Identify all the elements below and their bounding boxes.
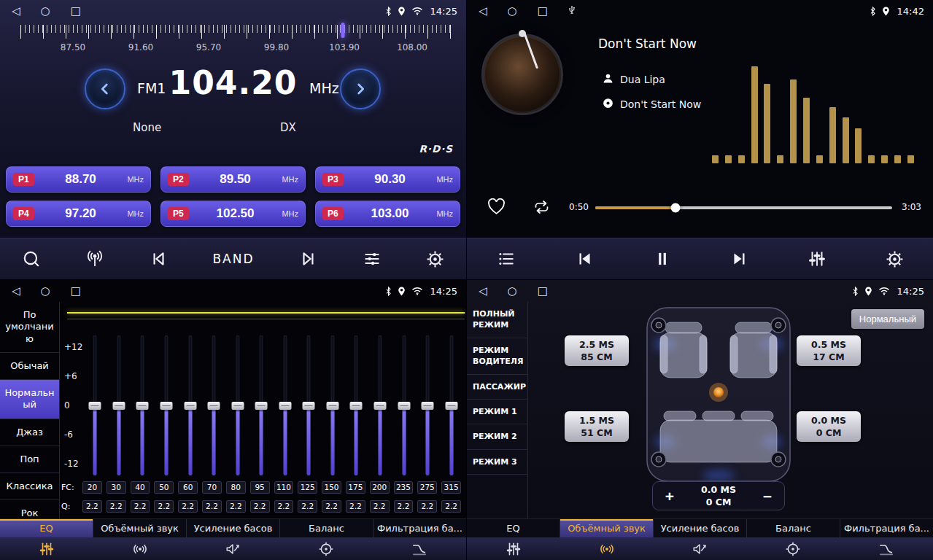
home-icon[interactable]: ○ [508, 6, 517, 17]
filter-icon[interactable] [840, 541, 933, 557]
audio-tab[interactable]: Баланс [747, 519, 840, 537]
field-mode-item[interactable]: РЕЖИМ 3 [467, 450, 527, 475]
eq-slider-handle[interactable] [112, 402, 125, 410]
playlist-icon[interactable] [496, 249, 516, 268]
eq-band-slider[interactable] [274, 335, 298, 475]
tune-up-button[interactable] [340, 69, 381, 109]
mixer-faders-icon[interactable] [808, 249, 826, 268]
eq-preset-item[interactable]: Джаз [0, 419, 59, 446]
field-mode-item[interactable]: ПАССАЖИР [467, 375, 527, 400]
preset-button[interactable]: P497.20MHz [6, 201, 151, 227]
rear-left-delay-button[interactable]: 1.5 MS 51 CM [565, 411, 629, 442]
eq-band-slider[interactable] [249, 335, 274, 475]
eq-band-slider[interactable] [368, 335, 392, 475]
settings-gear-icon[interactable] [426, 250, 444, 268]
eq-slider-handle[interactable] [303, 402, 315, 410]
eq-band-slider[interactable] [107, 335, 131, 475]
back-icon[interactable]: ◁ [479, 286, 487, 297]
eq-slider-handle[interactable] [136, 402, 149, 410]
eq-preset-item[interactable]: Нормальный [0, 380, 59, 419]
rear-right-delay-button[interactable]: 0.0 MS 0 CM [797, 411, 861, 442]
bass-boost-icon[interactable] [654, 541, 747, 557]
audio-tab[interactable]: EQ [0, 519, 93, 537]
back-icon[interactable]: ◁ [12, 286, 20, 297]
eq-slider-handle[interactable] [326, 402, 338, 410]
field-mode-item[interactable]: РЕЖИМ ВОДИТЕЛЯ [467, 338, 527, 375]
home-icon[interactable]: ○ [41, 6, 50, 17]
eq-preset-item[interactable]: Поп [0, 446, 59, 473]
field-mode-item[interactable]: ПОЛНЫЙ РЕЖИМ [467, 302, 527, 338]
scan-icon[interactable] [22, 249, 41, 268]
audio-tab[interactable]: EQ [467, 519, 560, 537]
eq-preset-item[interactable]: По умолчанию [0, 302, 59, 353]
audio-tab[interactable]: Усиление басов [187, 519, 280, 537]
previous-track-icon[interactable] [575, 249, 594, 268]
tune-down-button[interactable] [85, 69, 125, 109]
eq-band-slider[interactable] [202, 335, 226, 475]
preset-button[interactable]: P6103.00MHz [315, 201, 460, 227]
progress-bar[interactable] [595, 206, 892, 209]
eq-band-slider[interactable] [321, 335, 345, 475]
eq-band-slider[interactable] [225, 335, 249, 475]
eq-slider-handle[interactable] [255, 402, 268, 410]
eq-band-slider[interactable] [83, 335, 107, 475]
preset-button[interactable]: P188.70MHz [6, 166, 151, 192]
audio-tab[interactable]: Усиление басов [654, 519, 747, 537]
broadcast-icon[interactable] [85, 249, 104, 268]
recents-icon[interactable]: □ [71, 6, 81, 17]
audio-tab[interactable]: Фильтрация ба... [373, 519, 466, 537]
preset-button[interactable]: P390.30MHz [315, 166, 460, 192]
balance-icon[interactable] [746, 541, 840, 557]
eq-slider-handle[interactable] [350, 402, 363, 410]
eq-band-slider[interactable] [344, 335, 368, 475]
progress-thumb[interactable] [670, 203, 680, 213]
favorite-icon[interactable] [487, 198, 506, 218]
surround-sound-icon[interactable] [560, 541, 654, 557]
field-mode-item[interactable]: РЕЖИМ 1 [467, 400, 527, 424]
frequency-pointer[interactable] [341, 23, 344, 38]
increase-delay-button[interactable]: + [653, 482, 686, 510]
eq-slider-handle[interactable] [374, 402, 387, 410]
home-icon[interactable]: ○ [508, 286, 517, 297]
eq-band-slider[interactable] [131, 335, 155, 475]
audio-tab[interactable]: Фильтрация ба... [840, 519, 933, 537]
front-right-delay-button[interactable]: 0.5 MS 17 CM [797, 335, 861, 366]
eq-slider-handle[interactable] [231, 402, 244, 410]
eq-band-slider[interactable] [178, 335, 202, 475]
front-left-delay-button[interactable]: 2.5 MS 85 CM [565, 335, 629, 366]
preset-button[interactable]: P289.50MHz [160, 166, 306, 192]
equalizer-icon[interactable] [363, 249, 382, 268]
eq-band-slider[interactable] [297, 335, 321, 475]
bass-boost-icon[interactable] [187, 541, 280, 557]
eq-slider-handle[interactable] [184, 402, 196, 410]
audio-tab[interactable]: Объёмный звук [560, 519, 654, 537]
recents-icon[interactable]: □ [538, 286, 548, 297]
back-icon[interactable]: ◁ [12, 6, 20, 17]
eq-slider-handle[interactable] [160, 402, 172, 410]
repeat-icon[interactable] [533, 199, 551, 218]
eq-preset-item[interactable]: Классика [0, 473, 59, 500]
surround-sound-icon[interactable] [93, 541, 187, 557]
balance-icon[interactable] [279, 541, 373, 557]
eq-band-slider[interactable] [439, 335, 463, 475]
eq-band-slider[interactable] [392, 335, 416, 475]
next-station-icon[interactable] [299, 249, 318, 268]
eq-slider-handle[interactable] [398, 402, 410, 410]
eq-band-slider[interactable] [416, 335, 440, 475]
recents-icon[interactable]: □ [538, 6, 548, 17]
eq-slider-handle[interactable] [279, 402, 291, 410]
recents-icon[interactable]: □ [71, 286, 81, 297]
eq-preset-item[interactable]: Обычай [0, 353, 59, 380]
eq-slider-handle[interactable] [422, 402, 434, 410]
previous-station-icon[interactable] [149, 249, 168, 268]
home-icon[interactable]: ○ [41, 286, 50, 297]
filter-icon[interactable] [373, 541, 466, 557]
eq-slider-handle[interactable] [208, 402, 220, 410]
eq-slider-handle[interactable] [445, 402, 457, 410]
frequency-scale[interactable]: 87.5091.6095.7099.80103.90108.00 [0, 23, 466, 59]
next-track-icon[interactable] [730, 249, 749, 268]
back-icon[interactable]: ◁ [479, 6, 487, 17]
settings-gear-icon[interactable] [886, 250, 904, 268]
pause-icon[interactable] [653, 249, 672, 268]
eq-faders-icon[interactable] [467, 541, 560, 557]
